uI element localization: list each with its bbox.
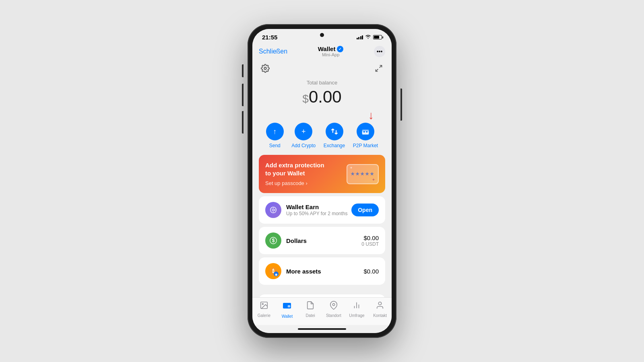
down-arrow-icon: ↓ (368, 110, 374, 121)
currency-symbol: $ (302, 93, 309, 105)
svg-text:◉: ◉ (275, 273, 277, 276)
passcode-text: Add extra protectionto your Wallet Set u… (265, 161, 324, 187)
svg-point-18 (262, 303, 263, 304)
transaction-history-card[interactable]: Transaction history › (259, 294, 385, 297)
svg-text:$: $ (272, 238, 275, 243)
kontakt-label: Kontakt (373, 313, 387, 318)
tab-kontakt[interactable]: Kontakt (370, 301, 390, 319)
action-buttons: ↑ Send + Add Crypto Exchange (252, 119, 392, 155)
volume-up-button (242, 84, 244, 106)
dollars-title: Dollars (286, 237, 361, 244)
svg-rect-4 (363, 131, 365, 132)
svg-point-0 (264, 67, 266, 70)
assets-info: More assets (286, 268, 363, 275)
dollars-sub-amount: 0 USDT (361, 241, 379, 247)
svg-rect-3 (362, 130, 369, 135)
kontakt-icon (376, 301, 384, 312)
exchange-button[interactable]: Exchange (324, 123, 345, 148)
earn-open-button[interactable]: Open (351, 204, 379, 216)
tab-datei[interactable]: Datei (300, 301, 320, 319)
dollars-info: Dollars (286, 237, 361, 244)
p2p-market-button[interactable]: P2P Market (353, 123, 378, 148)
p2p-market-icon (357, 123, 374, 140)
balance-label: Total balance (259, 80, 385, 86)
add-crypto-button[interactable]: + Add Crypto (291, 123, 316, 148)
home-indicator (252, 325, 392, 333)
tab-umfrage[interactable]: Umfrage (347, 301, 367, 319)
dollars-amount: $0.00 (361, 234, 379, 241)
verified-badge: ✓ (337, 46, 343, 52)
wallet-icon (282, 301, 292, 313)
expand-button[interactable] (372, 62, 385, 75)
svg-rect-5 (366, 131, 367, 132)
svg-point-21 (289, 306, 289, 307)
close-button[interactable]: Schließen (259, 48, 287, 55)
svg-line-1 (380, 66, 382, 68)
earn-info: Wallet Earn Up to 50% APY for 2 months (286, 204, 351, 216)
phone-screen: 21:55 (252, 29, 392, 333)
header-title: Wallet ✓ (318, 45, 344, 52)
cards-area: Add extra protectionto your Wallet Set u… (252, 155, 392, 297)
earn-title: Wallet Earn (286, 204, 351, 210)
umfrage-icon (352, 301, 361, 312)
tab-wallet[interactable]: Wallet (277, 301, 297, 319)
balance-section: Total balance $0.00 (252, 78, 392, 113)
more-button[interactable]: ••• (374, 46, 385, 57)
battery-icon (373, 35, 382, 39)
p2p-market-label: P2P Market (353, 143, 378, 148)
status-icons (357, 34, 382, 40)
balance-amount: $0.00 (259, 87, 385, 107)
power-button (400, 88, 402, 121)
assets-amount: $0.00 (363, 268, 379, 275)
passcode-image: ★★★★★ ✦ ✦ (347, 164, 379, 184)
tab-bar: Galerie Wallet (252, 297, 392, 325)
tab-galerie[interactable]: Galerie (254, 301, 274, 319)
add-crypto-label: Add Crypto (291, 143, 316, 148)
mute-button (242, 64, 244, 77)
send-icon: ↑ (266, 123, 284, 140)
standort-icon (329, 301, 338, 312)
app-content: Total balance $0.00 ↓ ↑ Send + Add Crypt… (252, 78, 392, 297)
settings-button[interactable] (259, 62, 272, 75)
assets-title: More assets (286, 268, 363, 275)
add-crypto-icon: + (295, 123, 312, 140)
earn-subtitle: Up to 50% APY for 2 months (286, 211, 351, 216)
exchange-icon (326, 123, 343, 140)
dollars-card[interactable]: $ Dollars $0.00 0 USDT (259, 227, 385, 254)
header-subtitle: Mini-App (318, 52, 344, 57)
standort-label: Standort (326, 313, 341, 318)
dollars-icon: $ (265, 232, 281, 249)
dollars-balance: $0.00 0 USDT (361, 234, 379, 247)
app-header: Schließen Wallet ✓ Mini-App ••• (252, 42, 392, 60)
assets-card[interactable]: ₿ ◉ More assets $0.00 (259, 257, 385, 285)
passcode-title: Add extra protectionto your Wallet (265, 161, 324, 177)
datei-icon (306, 301, 315, 312)
exchange-label: Exchange (324, 143, 345, 148)
volume-down-button (242, 111, 244, 134)
umfrage-label: Umfrage (349, 313, 364, 318)
wifi-icon (365, 34, 371, 40)
galerie-icon (260, 301, 268, 312)
signal-icon (357, 35, 363, 39)
phone-frame: 21:55 (248, 24, 396, 338)
galerie-label: Galerie (258, 313, 270, 318)
camera (320, 33, 324, 37)
tab-standort[interactable]: Standort (324, 301, 344, 319)
passcode-setup-link[interactable]: Set up passcode › (265, 180, 308, 186)
assets-icon: ₿ ◉ (265, 263, 281, 279)
svg-point-22 (332, 303, 335, 306)
passcode-banner[interactable]: Add extra protectionto your Wallet Set u… (259, 155, 385, 193)
svg-point-26 (378, 302, 381, 305)
earn-icon (265, 202, 281, 218)
datei-label: Datei (305, 313, 315, 318)
status-time: 21:55 (262, 34, 277, 41)
send-label: Send (269, 143, 281, 148)
header-center: Wallet ✓ Mini-App (318, 45, 344, 57)
wallet-label: Wallet (282, 314, 293, 319)
assets-balance: $0.00 (363, 268, 379, 275)
toolbar-row (252, 60, 392, 78)
earn-card[interactable]: Wallet Earn Up to 50% APY for 2 months O… (259, 196, 385, 224)
svg-line-2 (376, 69, 378, 72)
send-button[interactable]: ↑ Send (266, 123, 284, 148)
